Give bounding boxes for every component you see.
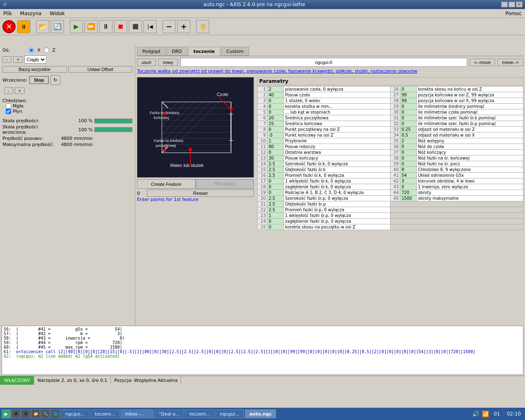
- param-val[interactable]: 80: [267, 144, 284, 150]
- param-val2[interactable]: 0.25: [400, 127, 417, 132]
- home-all-btn[interactable]: Bazuj wszystkie: [2, 66, 67, 73]
- param-val[interactable]: 0: [267, 98, 284, 104]
- tab-custom[interactable]: Custom: [221, 47, 249, 56]
- usun-btn[interactable]: usuń: [137, 59, 156, 66]
- jog-plus-btn[interactable]: +: [13, 56, 23, 63]
- flood-checkbox[interactable]: [6, 109, 11, 114]
- ngcgui-input[interactable]: [180, 58, 467, 67]
- param-val[interactable]: 0: [267, 150, 284, 155]
- param-val2[interactable]: 0: [400, 184, 417, 190]
- param-val[interactable]: 2.5: [267, 201, 284, 207]
- toczenie-desc[interactable]: Toczenie wałka od zewnątrz od prawej do …: [137, 68, 523, 74]
- taskbar-icon1[interactable]: 🖥: [11, 409, 21, 418]
- taskbar-deal[interactable]: "Deal o...: [154, 409, 184, 418]
- minus-btn[interactable]: −: [162, 20, 176, 33]
- menu-maszyna[interactable]: Maszyna: [18, 10, 43, 17]
- taskbar-toczeni[interactable]: toczeni...: [90, 409, 120, 418]
- param-val[interactable]: 0: [267, 190, 284, 196]
- param-val[interactable]: 15: [267, 121, 284, 127]
- param-val[interactable]: 0: [267, 104, 284, 110]
- param-val[interactable]: 30: [267, 155, 284, 161]
- set-offset-btn[interactable]: Ustaw Offset: [68, 66, 133, 73]
- minimize-btn[interactable]: −: [501, 2, 508, 7]
- emergency-stop-btn[interactable]: ✕: [2, 20, 16, 33]
- feed-scale-bar[interactable]: [94, 119, 132, 123]
- tab-podglad[interactable]: Podgląd: [137, 47, 166, 56]
- spindle-stop-btn[interactable]: Stop: [29, 76, 49, 84]
- nowy-btn[interactable]: nowy: [158, 59, 178, 66]
- param-val2[interactable]: 99: [400, 98, 417, 104]
- param-val2[interactable]: 54: [400, 173, 417, 178]
- restart-btn[interactable]: Restart: [147, 189, 254, 197]
- stop-run-btn[interactable]: ⏹: [114, 20, 127, 33]
- axis-x-radio[interactable]: [29, 48, 34, 53]
- tray-icon2[interactable]: 📶: [481, 409, 490, 418]
- mist-checkbox[interactable]: [6, 103, 11, 109]
- taskbar-ngcgui1[interactable]: ngcgui...: [61, 409, 89, 418]
- step-back-btn[interactable]: |◀: [144, 20, 157, 33]
- param-val2[interactable]: 2: [400, 138, 417, 144]
- maximize-btn[interactable]: □: [509, 2, 515, 7]
- run-btn[interactable]: ▶: [70, 20, 83, 33]
- param-val[interactable]: 2: [267, 87, 284, 92]
- param-val[interactable]: 0: [267, 178, 284, 184]
- taskbar-toczeni2[interactable]: toczeni...: [185, 409, 215, 418]
- param-val2[interactable]: 0: [400, 150, 417, 155]
- taskbar-start-icon[interactable]: ▶: [2, 409, 11, 418]
- spindle-inc-btn[interactable]: +: [15, 87, 25, 94]
- spindle-fwd-btn[interactable]: ↻: [50, 75, 60, 85]
- param-val[interactable]: 0: [267, 110, 284, 115]
- tray-icon1[interactable]: 🔊: [471, 409, 480, 418]
- param-val[interactable]: 1: [267, 138, 284, 144]
- param-val[interactable]: 2.5: [267, 167, 284, 173]
- taskbar-icon4[interactable]: 🔧: [41, 409, 50, 418]
- param-val2[interactable]: 3: [400, 178, 417, 184]
- tab-dro[interactable]: DRO: [167, 47, 187, 56]
- step-btn[interactable]: ⏸: [99, 20, 112, 33]
- axis-z-radio[interactable]: [44, 48, 49, 53]
- param-val2[interactable]: 8: [400, 167, 417, 173]
- taskbar-icon2[interactable]: ⚙: [21, 409, 30, 418]
- param-val2[interactable]: 0: [400, 144, 417, 150]
- param-val[interactable]: 2.5: [267, 207, 284, 213]
- param-val2[interactable]: 99: [400, 92, 417, 98]
- param-val[interactable]: 0: [267, 127, 284, 132]
- param-val[interactable]: 0: [267, 224, 284, 230]
- reload-btn[interactable]: 🔄: [51, 20, 64, 33]
- param-val2[interactable]: 0: [400, 115, 417, 121]
- taskbar-icon3[interactable]: 📁: [31, 409, 40, 418]
- move-back-btn[interactable]: <--move: [470, 59, 495, 66]
- taskbar-auto-ngc[interactable]: auto.ngc: [245, 409, 276, 418]
- param-val2[interactable]: 0: [400, 87, 417, 92]
- param-val2[interactable]: 0: [400, 110, 417, 115]
- param-val2[interactable]: 720: [400, 190, 417, 196]
- param-val[interactable]: 2.5: [267, 173, 284, 178]
- create-feature-btn[interactable]: Create Feature: [137, 179, 196, 189]
- param-val2[interactable]: 0: [400, 155, 417, 161]
- jog-type-select[interactable]: Ciągły: [25, 55, 46, 64]
- open-file-btn[interactable]: 📂: [36, 20, 49, 33]
- pause-feed-btn[interactable]: ⏸: [17, 20, 30, 33]
- menu-widok[interactable]: Widok: [48, 10, 66, 17]
- move-fwd-btn[interactable]: move-->: [498, 59, 523, 66]
- param-val2[interactable]: 0: [400, 161, 417, 167]
- param-val2[interactable]: 0: [400, 121, 417, 127]
- param-val[interactable]: 40: [267, 92, 284, 98]
- tab-toczenie[interactable]: toczenie: [188, 47, 220, 56]
- close-btn[interactable]: ✕: [516, 2, 523, 7]
- param-val[interactable]: 2.5: [267, 161, 284, 167]
- param-val[interactable]: 0: [267, 184, 284, 190]
- param-val2[interactable]: 0.5: [400, 132, 417, 138]
- param-val[interactable]: 1: [267, 213, 284, 219]
- param-val[interactable]: 2.5: [267, 196, 284, 201]
- record-btn[interactable]: ⬛: [129, 20, 142, 33]
- menu-plik[interactable]: Plik: [2, 10, 14, 17]
- param-val[interactable]: -5: [267, 132, 284, 138]
- taskbar-inbox[interactable]: Inbox -...: [121, 409, 153, 418]
- run-fwd-btn[interactable]: ⏩: [84, 20, 98, 33]
- menu-pomoc[interactable]: Pomoc: [504, 10, 523, 17]
- jog-minus-btn[interactable]: -: [2, 56, 11, 63]
- param-val[interactable]: 20: [267, 115, 284, 121]
- touch-btn[interactable]: 🖐: [196, 20, 209, 33]
- param-val2[interactable]: 1500: [400, 196, 417, 201]
